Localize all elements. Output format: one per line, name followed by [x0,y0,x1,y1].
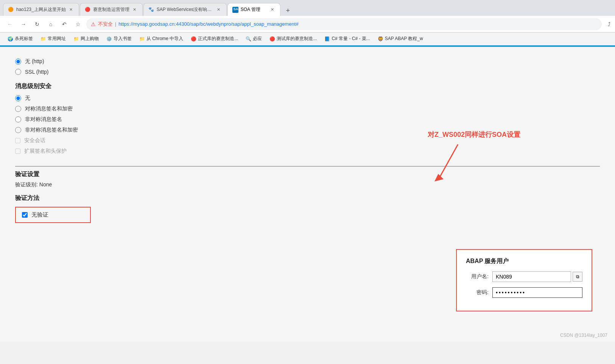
radio-msg-none-label: 无 [25,95,30,102]
bookmark-label-bing: 必应 [253,36,262,42]
radio-asym-sign-input[interactable] [15,116,21,122]
bookmark-icon-bing: 🔍 [246,36,251,42]
bookmark-label-saiyi-prod: 正式库的赛意制造... [198,36,238,42]
bookmark-saiyi-prod[interactable]: 🔴 正式库的赛意制造... [188,34,241,43]
radio-asym-sign-enc-input[interactable] [15,127,21,133]
no-auth-checkbox-box[interactable]: 无验证 [15,207,91,223]
tab-label-soa: SOA 管理 [241,6,267,13]
checkbox-ext-sig-label: 扩展签名和头保护 [24,148,67,155]
copy-icon: ⧉ [576,274,579,279]
radio-no-security[interactable]: 无 (http) [15,58,600,65]
tab-hao123[interactable]: 🟠 hao123_上网从这里开始 ✕ [3,3,79,16]
radio-msg-none[interactable]: 无 [15,95,600,102]
radio-asym-sign-enc-label: 非对称消息签名和加密 [25,127,78,133]
tab-favicon-soa: SAP [232,7,238,13]
abap-username-input[interactable] [492,271,571,282]
bookmark-label-kill: 杀死标签 [15,36,33,42]
radio-ssl[interactable]: SSL (http) [15,69,600,75]
radio-sym-sign-enc-label: 对称消息签名和加密 [25,105,73,112]
tab-saiyi[interactable]: 🔴 赛意制造运营管理 ✕ [80,3,143,16]
checkbox-secure-session-input[interactable] [15,138,20,143]
security-warning-icon: ⚠ [91,21,96,27]
security-warning-text: 不安全 [98,21,113,28]
home-button[interactable]: ⌂ [45,19,56,29]
bookmark-bing[interactable]: 🔍 必应 [243,34,265,43]
abap-panel-title: ABAP 服务用户 [466,257,582,265]
bookmark-kill-tabs[interactable]: 🌍 杀死标签 [5,34,36,43]
reload-button[interactable]: ↻ [32,19,42,29]
bookmark-label-common: 常用网址 [48,36,66,42]
abap-copy-button[interactable]: ⧉ [573,272,582,282]
annotation-container: 对Z_WS002同样进行SOA设置 [428,130,520,186]
abap-password-group [492,287,582,298]
message-security-group: 无 对称消息签名和加密 非对称消息签名 非对称消息签名和加密 [15,95,600,133]
abap-panel: ABAP 服务用户 用户名: ⧉ 密码: [456,249,592,311]
bookmark-chrome-import[interactable]: 📁 从 Chrome 中导入 [136,34,186,43]
bookmark-label-import: 导入书签 [114,36,132,42]
radio-ssl-input[interactable] [15,69,21,75]
url-bar[interactable]: ⚠ 不安全 | https://mysap.goodsap.cn:44300/s… [86,18,602,30]
tab-favicon-webservices: 🐾 [148,7,154,13]
message-security-title: 消息级别安全 [15,82,600,90]
checkbox-ext-sig-input[interactable] [15,149,20,154]
no-auth-checkbox-input[interactable] [22,212,28,218]
tab-sap-webservices[interactable]: 🐾 SAP WebServices没有响应值_百... ✕ [143,3,227,16]
bookmarks-bar: 🌍 杀死标签 📁 常用网址 📁 网上购物 ⚙️ 导入书签 📁 从 Chrome … [0,33,615,45]
bookmark-sap-abap[interactable]: 🦁 SAP ABAP 教程_w [375,34,426,43]
bookmark-icon-import: ⚙️ [106,36,112,42]
tab-close-saiyi[interactable]: ✕ [132,7,138,13]
annotation-arrow [428,141,473,186]
bookmark-icon-kill: 🌍 [8,36,13,42]
radio-sym-sign-enc-input[interactable] [15,106,21,112]
abap-username-field: 用户名: ⧉ [466,271,582,282]
radio-no-security-input[interactable] [15,59,21,65]
bookmark-icon-saiyi-prod: 🔴 [191,36,196,42]
back-button[interactable]: ← [5,19,15,29]
bookmark-label-csharp: C# 常量 - C# - 菜... [332,36,370,42]
tab-bar: 🟠 hao123_上网从这里开始 ✕ 🔴 赛意制造运营管理 ✕ 🐾 SAP We… [0,0,615,16]
bookmark-icon-sap-abap: 🦁 [378,36,383,42]
bookmark-label-saiyi-test: 测试库的赛意制造... [277,36,317,42]
browser-frame: 🟠 hao123_上网从这里开始 ✕ 🔴 赛意制造运营管理 ✕ 🐾 SAP We… [0,0,615,47]
address-bar: ← → ↻ ⌂ ↶ ☆ ⚠ 不安全 | https://mysap.goodsa… [0,16,615,33]
forward-button[interactable]: → [18,19,29,29]
page-content: 无 (http) SSL (http) 消息级别安全 无 对称消息签名和加密 非… [0,47,615,342]
radio-msg-none-input[interactable] [15,95,21,101]
bookmark-saiyi-test[interactable]: 🔴 测试库的赛意制造... [266,34,320,43]
bookmark-icon-saiyi-test: 🔴 [269,36,275,42]
annotation-text: 对Z_WS002同样进行SOA设置 [428,130,520,139]
back-button2[interactable]: ↶ [59,19,70,29]
abap-username-label: 用户名: [466,273,489,280]
share-button[interactable]: ⤴ [608,21,610,27]
svg-line-0 [439,144,458,178]
new-tab-button[interactable]: + [283,5,293,16]
bookmark-icon-shopping: 📁 [73,36,79,42]
bookmark-icon-chrome: 📁 [139,36,145,42]
tab-favicon-hao123: 🟠 [8,7,14,13]
bookmark-import-bookmarks[interactable]: ⚙️ 导入书签 [103,34,135,43]
abap-password-input[interactable] [492,287,582,298]
bookmark-label-chrome: 从 Chrome 中导入 [146,36,183,42]
radio-sym-sign-enc[interactable]: 对称消息签名和加密 [15,105,600,112]
bookmark-shopping[interactable]: 📁 网上购物 [70,34,102,43]
tab-close-soa[interactable]: ✕ [269,7,276,13]
bookmark-common[interactable]: 📁 常用网址 [37,34,69,43]
radio-asym-sign-label: 非对称消息签名 [25,116,62,123]
checkbox-secure-session-label: 安全会话 [24,137,45,144]
tab-close-webservices[interactable]: ✕ [216,7,222,13]
radio-asym-sign[interactable]: 非对称消息签名 [15,116,600,123]
abap-username-group: ⧉ [492,271,582,282]
star-button[interactable]: ☆ [73,19,83,29]
tab-favicon-saiyi: 🔴 [85,7,91,13]
radio-ssl-label: SSL (http) [25,69,49,75]
bookmark-csharp[interactable]: 📘 C# 常量 - C# - 菜... [321,34,373,43]
tab-label-hao123: hao123_上网从这里开始 [16,6,66,13]
tab-close-hao123[interactable]: ✕ [68,7,74,13]
bookmark-icon-common: 📁 [40,36,46,42]
tab-soa[interactable]: SAP SOA 管理 ✕ [227,3,280,16]
bookmark-icon-csharp: 📘 [324,36,330,42]
bookmark-label-sap-abap: SAP ABAP 教程_w [385,36,423,42]
abap-password-field: 密码: [466,287,582,298]
bookmark-label-shopping: 网上购物 [81,36,99,42]
svg-marker-1 [434,174,444,181]
